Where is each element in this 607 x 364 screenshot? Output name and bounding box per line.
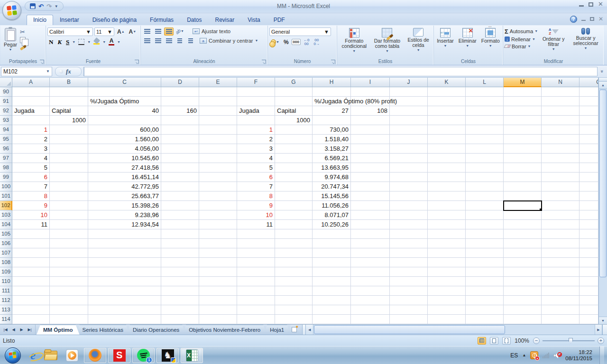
cell-E97[interactable] bbox=[199, 154, 237, 163]
cell-M90[interactable] bbox=[504, 87, 542, 97]
language-indicator[interactable]: ES bbox=[510, 352, 518, 359]
cell-B109[interactable] bbox=[50, 267, 88, 277]
cell-A105[interactable] bbox=[12, 229, 50, 239]
cell-A96[interactable]: 3 bbox=[12, 144, 50, 154]
cell-K111[interactable] bbox=[428, 286, 466, 296]
cell-H101[interactable]: 15.145,56 bbox=[313, 191, 351, 201]
cell-E96[interactable] bbox=[199, 144, 237, 154]
horizontal-split-handle[interactable] bbox=[302, 325, 306, 335]
cell-A93[interactable] bbox=[12, 116, 50, 125]
delete-cells-button[interactable]: Eliminar▼ bbox=[457, 27, 478, 59]
cell-A109[interactable] bbox=[12, 267, 50, 277]
name-box-dropdown-icon[interactable]: ▼ bbox=[46, 69, 50, 73]
cell-L112[interactable] bbox=[466, 296, 504, 305]
cell-I109[interactable] bbox=[351, 267, 390, 277]
decrease-font-icon[interactable]: A▼ bbox=[128, 27, 138, 36]
cell-J99[interactable] bbox=[390, 173, 428, 182]
cell-G110[interactable] bbox=[275, 277, 313, 286]
increase-decimal-icon[interactable]: ←000 bbox=[302, 37, 311, 47]
cell-K110[interactable] bbox=[428, 277, 466, 286]
cell-G107[interactable] bbox=[275, 248, 313, 258]
cell-B100[interactable] bbox=[50, 182, 88, 191]
cell-N110[interactable] bbox=[542, 277, 579, 286]
cell-C90[interactable] bbox=[88, 87, 161, 97]
windows-explorer-icon[interactable] bbox=[44, 351, 57, 360]
cell-C110[interactable] bbox=[88, 277, 161, 286]
copy-icon[interactable] bbox=[20, 37, 26, 43]
cell-O96[interactable] bbox=[579, 144, 598, 154]
cell-H91[interactable]: %/Jugada Óptimo (80% profit) bbox=[313, 97, 351, 106]
view-normal-icon[interactable] bbox=[478, 337, 486, 345]
sheet-tab-3[interactable]: Diario Operaciones bbox=[126, 325, 186, 335]
decrease-decimal-icon[interactable]: 000→ bbox=[312, 37, 321, 47]
workbook-close-icon[interactable]: ✕ bbox=[598, 16, 603, 22]
cell-F108[interactable] bbox=[237, 258, 275, 267]
cell-B108[interactable] bbox=[50, 258, 88, 267]
italic-button[interactable]: K bbox=[56, 37, 63, 47]
number-format-select[interactable]: General▼ bbox=[269, 27, 331, 36]
cell-N112[interactable] bbox=[542, 296, 579, 305]
cell-C111[interactable] bbox=[88, 286, 161, 296]
cell-B93[interactable]: 1000 bbox=[50, 116, 88, 125]
cell-M106[interactable] bbox=[504, 239, 542, 248]
cell-K103[interactable] bbox=[428, 210, 466, 220]
cell-G103[interactable] bbox=[275, 210, 313, 220]
column-header-O[interactable]: O bbox=[579, 78, 598, 87]
cell-N98[interactable] bbox=[542, 163, 579, 173]
cell-O112[interactable] bbox=[579, 296, 598, 305]
align-left-icon[interactable] bbox=[142, 37, 152, 45]
last-sheet-icon[interactable]: ▶| bbox=[26, 326, 33, 333]
alineacion-dialog-launcher-icon[interactable] bbox=[262, 60, 266, 64]
cell-O98[interactable] bbox=[579, 163, 598, 173]
cell-O101[interactable] bbox=[579, 191, 598, 201]
fill-color-button[interactable] bbox=[92, 38, 101, 46]
cell-B92[interactable]: Capital bbox=[50, 106, 88, 116]
cell-N99[interactable] bbox=[542, 173, 579, 182]
cell-L96[interactable] bbox=[466, 144, 504, 154]
cell-L101[interactable] bbox=[466, 191, 504, 201]
cell-C106[interactable] bbox=[88, 239, 161, 248]
cell-E94[interactable] bbox=[199, 125, 237, 135]
cell-K100[interactable] bbox=[428, 182, 466, 191]
cell-G100[interactable] bbox=[275, 182, 313, 191]
column-header-A[interactable]: A bbox=[12, 78, 50, 87]
cell-A102[interactable]: 9 bbox=[12, 201, 50, 210]
cell-J114[interactable] bbox=[390, 315, 428, 324]
cell-N95[interactable] bbox=[542, 135, 579, 144]
cell-K90[interactable] bbox=[428, 87, 466, 97]
sheet-tab-2[interactable]: Series Históricas bbox=[76, 325, 130, 335]
cell-E90[interactable] bbox=[199, 87, 237, 97]
row-header-94[interactable]: 94 bbox=[0, 125, 12, 135]
cell-E113[interactable] bbox=[199, 305, 237, 315]
conditional-format-button[interactable]: Formato condicional▼ bbox=[339, 27, 370, 59]
horizontal-scroll-thumb[interactable] bbox=[314, 325, 505, 334]
cell-A107[interactable] bbox=[12, 248, 50, 258]
cell-C95[interactable]: 1.560,00 bbox=[88, 135, 161, 144]
cell-L100[interactable] bbox=[466, 182, 504, 191]
cell-K102[interactable] bbox=[428, 201, 466, 210]
tab-inicio[interactable]: Inicio bbox=[27, 15, 53, 25]
row-header-101[interactable]: 101 bbox=[0, 191, 12, 201]
row-header-112[interactable]: 112 bbox=[0, 296, 12, 305]
cell-A92[interactable]: Jugada bbox=[12, 106, 50, 116]
cell-O91[interactable] bbox=[579, 97, 598, 106]
cell-O110[interactable] bbox=[579, 277, 598, 286]
cell-F104[interactable]: 11 bbox=[237, 220, 275, 229]
cell-O111[interactable] bbox=[579, 286, 598, 296]
cell-E104[interactable] bbox=[199, 220, 237, 229]
cell-L105[interactable] bbox=[466, 229, 504, 239]
cell-B106[interactable] bbox=[50, 239, 88, 248]
column-header-N[interactable]: N bbox=[542, 78, 579, 87]
cell-D102[interactable] bbox=[161, 201, 199, 210]
cell-F93[interactable] bbox=[237, 116, 275, 125]
cell-H110[interactable] bbox=[313, 277, 351, 286]
cell-I93[interactable] bbox=[351, 116, 390, 125]
cell-D94[interactable] bbox=[161, 125, 199, 135]
scroll-left-icon[interactable]: ◀ bbox=[306, 325, 313, 335]
align-center-icon[interactable] bbox=[153, 37, 163, 45]
cell-D95[interactable] bbox=[161, 135, 199, 144]
cell-F103[interactable]: 10 bbox=[237, 210, 275, 220]
cell-O97[interactable] bbox=[579, 154, 598, 163]
taskbar-firefox-button[interactable] bbox=[84, 348, 106, 363]
cell-J112[interactable] bbox=[390, 296, 428, 305]
